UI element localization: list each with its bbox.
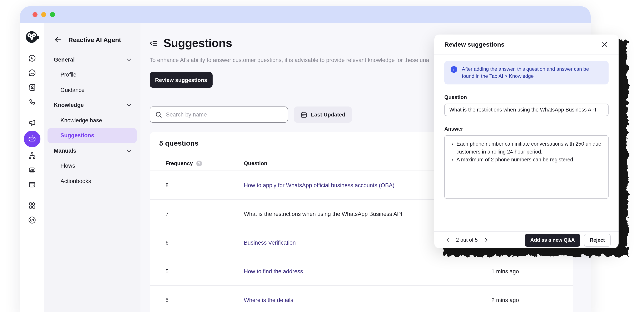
prev-page-icon[interactable] <box>444 237 451 243</box>
help-icon[interactable]: ? <box>196 160 202 166</box>
traffic-light-zoom-icon[interactable] <box>50 12 55 17</box>
search-input[interactable] <box>166 112 282 118</box>
monkey-logo[interactable] <box>25 30 39 44</box>
modal-footer: 2 out of 5 Add as a new Q&A Reject <box>434 231 618 248</box>
sidebar-item-guidance[interactable]: Guidance <box>54 82 131 98</box>
chevron-down-icon <box>127 104 131 107</box>
traffic-light-minimize-icon[interactable] <box>41 12 46 17</box>
sidebar-item-knowledge-base[interactable]: Knowledge base <box>54 113 131 128</box>
sidebar-item-suggestions[interactable]: Suggestions <box>48 128 137 143</box>
search-box[interactable] <box>150 107 288 123</box>
question-label: Question <box>444 94 608 100</box>
page: AD <box>0 0 644 312</box>
frequency-cell: 8 <box>150 182 244 188</box>
last-updated-filter-button[interactable]: Last Updated <box>294 107 352 123</box>
calendar-icon <box>300 111 307 118</box>
sidebar: Reactive AI Agent General Profile Guidan… <box>44 23 140 312</box>
frequency-cell: 6 <box>150 239 244 246</box>
megaphone-icon[interactable] <box>24 115 40 130</box>
workflow-icon[interactable] <box>24 148 40 163</box>
question-input[interactable] <box>444 104 608 116</box>
add-qa-button[interactable]: Add as a new Q&A <box>525 234 580 247</box>
sidebar-item-flows[interactable]: Flows <box>54 158 131 173</box>
whatsapp-icon[interactable] <box>24 51 40 65</box>
icon-rail: AD <box>20 23 44 312</box>
updated-cell: 1 mins ago <box>492 268 573 274</box>
contacts-icon[interactable] <box>24 80 40 94</box>
sidebar-item-actionbooks[interactable]: Actionbooks <box>54 173 131 189</box>
table-row[interactable]: 5 Where is the details 2 mins ago <box>150 286 573 312</box>
ads-icon[interactable]: AD <box>24 163 40 177</box>
sidebar-section-knowledge[interactable]: Knowledge <box>54 98 131 113</box>
sidebar-section-manuals[interactable]: Manuals <box>54 143 131 158</box>
apps-icon[interactable] <box>24 198 40 213</box>
answer-bullet: Each phone number can initiate conversat… <box>450 140 602 156</box>
page-title: Suggestions <box>164 37 232 50</box>
chevron-down-icon <box>127 58 131 61</box>
updated-cell: 2 mins ago <box>492 297 573 303</box>
phone-icon[interactable] <box>24 94 40 109</box>
answer-bullet: A maximum of 2 phone numbers can be regi… <box>450 156 602 164</box>
answer-label: Answer <box>444 126 608 132</box>
frequency-cell: 7 <box>150 211 244 217</box>
sidebar-title: Reactive AI Agent <box>68 36 121 43</box>
modal-body: After adding the answer, this question a… <box>434 54 618 231</box>
window-titlebar <box>20 6 591 23</box>
browser-icon[interactable] <box>24 177 40 192</box>
review-suggestions-modal: Review suggestions After adding the answ… <box>434 34 618 248</box>
modal-title: Review suggestions <box>444 41 504 48</box>
table-row[interactable]: 5 How to find the address 1 mins ago <box>150 257 573 286</box>
question-link[interactable]: How to find the address <box>244 268 492 274</box>
question-link[interactable]: Where is the details <box>244 297 492 303</box>
rail-divider <box>24 112 40 112</box>
frequency-cell: 5 <box>150 268 244 274</box>
sidebar-item-profile[interactable]: Profile <box>54 67 131 82</box>
traffic-light-close-icon[interactable] <box>32 12 38 17</box>
search-icon <box>155 111 162 118</box>
frequency-cell: 5 <box>150 297 244 303</box>
ai-agent-icon[interactable] <box>24 131 40 147</box>
review-suggestions-button[interactable]: Review suggestions <box>150 72 212 88</box>
pagination: 2 out of 5 <box>444 237 489 243</box>
back-arrow-icon[interactable] <box>54 35 62 43</box>
pagination-label: 2 out of 5 <box>456 237 478 243</box>
chat-icon[interactable] <box>24 65 40 80</box>
modal-header: Review suggestions <box>434 34 618 54</box>
sidebar-header: Reactive AI Agent <box>54 35 131 44</box>
sidebar-section-general[interactable]: General <box>54 52 131 67</box>
info-banner-text: After adding the answer, this question a… <box>462 66 602 79</box>
chevron-down-icon <box>127 149 131 152</box>
info-icon <box>450 66 457 79</box>
next-page-icon[interactable] <box>483 237 489 243</box>
column-frequency: Frequency <box>166 160 193 166</box>
rail-divider <box>24 195 40 195</box>
info-banner: After adding the answer, this question a… <box>444 61 608 84</box>
svg-text:AD: AD <box>30 168 34 171</box>
close-icon[interactable] <box>600 40 608 48</box>
answer-textarea[interactable]: Each phone number can initiate conversat… <box>444 135 608 199</box>
collapse-sidebar-icon[interactable] <box>150 39 158 47</box>
page-description: To enhance AI's ability to answer custom… <box>150 57 436 63</box>
code-icon[interactable] <box>24 213 40 227</box>
reject-button[interactable]: Reject <box>584 234 611 247</box>
